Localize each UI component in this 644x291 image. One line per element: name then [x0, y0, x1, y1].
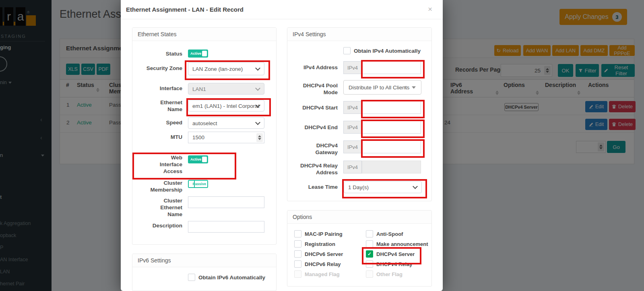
modal-title: Ethernet Assignment - LAN - Edit Record: [126, 6, 244, 13]
cluster-ethernet-name-input-wrap: [188, 196, 264, 208]
dhcpv4-relay-address-input-wrap: [362, 161, 421, 173]
cluster-ethernet-name-label: Cluster Ethernet Name: [154, 197, 182, 218]
status-toggle[interactable]: Active: [188, 50, 208, 58]
obtain-ipv4-label: Obtain IPv4 Automatically: [354, 48, 421, 54]
web-interface-access-toggle[interactable]: Active: [188, 155, 208, 163]
dhcpv4-pool-mode-label: DHCPv4 Pool Mode: [299, 82, 338, 96]
managed-flag-checkbox: [294, 270, 301, 278]
edit-record-modal: Ethernet Assignment - LAN - Edit Record …: [121, 0, 443, 291]
toggle-label: Active: [190, 157, 201, 161]
chevron-down-icon: [255, 120, 260, 125]
ethernet-name-value: em1 (LAN1) - Intel Corporat: [192, 103, 260, 109]
pool-mode-value: Distribute IP to All Clients: [349, 85, 409, 91]
obtain-ipv6-label: Obtain IPv6 Automatically: [198, 274, 265, 281]
dhcpv4-gateway-label: DHCPv4 Gateway: [299, 142, 338, 156]
caret-down-icon: [412, 87, 416, 89]
status-label: Status: [132, 50, 182, 57]
dhcpv4-server-label: DHCPv4 Server: [376, 251, 415, 257]
anti-spoof-checkbox[interactable]: [366, 230, 373, 237]
toggle-label: Passive: [192, 182, 206, 186]
mtu-label: MTU: [132, 134, 182, 140]
ipv4-address-input[interactable]: [362, 62, 421, 74]
obtain-ipv6-checkbox[interactable]: [188, 274, 195, 281]
ipv4-addon: IPv4: [343, 121, 362, 134]
dhcpv4-end-label: DHCPv4 End: [299, 124, 338, 131]
interface-value: LAN1: [192, 86, 206, 92]
toggle-knob: [202, 157, 207, 162]
lease-time-value: 1 Day(s): [348, 184, 369, 190]
dhcpv6-relay-checkbox[interactable]: [294, 260, 301, 268]
section-header: IPv6 Settings: [132, 254, 276, 267]
dhcpv4-server-checkbox[interactable]: ✓: [366, 250, 373, 258]
app: r a ® STAGING ging nin ‹ ‹ n t k Aggrega…: [0, 0, 644, 291]
security-zone-value: LAN Zone (lan-zone): [192, 66, 243, 72]
mac-ip-pairing-checkbox[interactable]: [294, 230, 301, 237]
section-title: IPv4 Settings: [293, 31, 326, 37]
ipv4-addon: IPv4: [343, 101, 362, 114]
other-flag-checkbox: [366, 270, 373, 278]
dhcpv6-server-checkbox[interactable]: [294, 250, 301, 258]
obtain-ipv4-checkbox[interactable]: [343, 47, 351, 54]
cluster-ethernet-name-input[interactable]: [188, 197, 264, 208]
dhcpv6-server-label: DHCPv6 Server: [305, 251, 343, 257]
ipv6-settings-box: IPv6 Settings Obtain IPv6 Automatically: [132, 254, 277, 291]
clear-icon[interactable]: ×: [404, 84, 407, 91]
section-header: Ethernet States: [132, 28, 276, 41]
interface-label: Interface: [132, 85, 182, 92]
section-title: Options: [293, 214, 312, 220]
ipv4-address-label: IPv4 Address: [299, 64, 338, 71]
lease-time-select[interactable]: 1 Day(s): [344, 181, 422, 193]
close-icon[interactable]: ×: [425, 4, 435, 14]
annotation-web-interface-access: [132, 153, 236, 180]
dhcpv4-start-input-wrap: [362, 101, 421, 114]
options-box: Options MAC-IP Pairing Registration DHCP…: [287, 210, 432, 287]
ipv4-addon: IPv4: [343, 140, 362, 153]
cluster-membership-toggle[interactable]: Passive: [188, 180, 208, 188]
chevron-down-icon: [413, 184, 418, 189]
toggle-label: Active: [190, 52, 201, 56]
ethernet-name-select[interactable]: em1 (LAN1) - Intel Corporat: [188, 100, 264, 111]
description-label: Description: [132, 222, 182, 229]
ipv4-address-input-wrap: [362, 61, 421, 74]
speed-label: Speed: [132, 119, 182, 126]
dhcpv4-relay-checkbox[interactable]: [366, 260, 373, 268]
ethernet-states-box: Ethernet States Status Active Security Z…: [132, 27, 277, 245]
dhcpv4-relay-address-input: [362, 161, 421, 173]
speed-select[interactable]: autoselect: [188, 117, 264, 129]
toggle-knob: [202, 51, 207, 56]
number-stepper[interactable]: [256, 133, 263, 142]
mac-ip-pairing-label: MAC-IP Pairing: [305, 231, 343, 237]
dhcpv6-relay-label: DHCPv6 Relay: [305, 261, 341, 267]
ethernet-name-label: Ethernet Name: [150, 99, 182, 113]
anti-spoof-label: Anti-Spoof: [376, 231, 403, 237]
make-announcement-checkbox[interactable]: [366, 240, 373, 248]
ipv4-settings-box: IPv4 Settings Obtain IPv4 Automatically …: [287, 27, 432, 201]
dhcpv4-gateway-input[interactable]: [362, 141, 421, 153]
section-header: Options: [287, 211, 431, 224]
dhcpv4-gateway-input-wrap: [362, 140, 421, 153]
other-flag-label: Other Flag: [376, 271, 402, 277]
description-input[interactable]: [188, 221, 264, 232]
cluster-membership-label: Cluster Membership: [132, 180, 182, 193]
dhcpv4-start-input[interactable]: [362, 101, 421, 114]
security-zone-label: Security Zone: [132, 65, 182, 72]
ipv4-addon: IPv4: [343, 161, 362, 173]
speed-value: autoselect: [192, 120, 217, 126]
section-title: IPv6 Settings: [138, 257, 171, 264]
dhcpv4-start-label: DHCPv4 Start: [299, 104, 338, 111]
dhcpv4-end-input[interactable]: [362, 121, 421, 133]
section-title: Ethernet States: [138, 31, 177, 37]
lease-time-label: Lease Time: [299, 184, 338, 190]
security-zone-select[interactable]: LAN Zone (lan-zone): [188, 62, 264, 75]
managed-flag-label: Managed Flag: [305, 271, 340, 277]
interface-select: LAN1: [188, 83, 264, 95]
mtu-input[interactable]: [188, 132, 264, 143]
description-input-wrap: [188, 221, 264, 233]
dhcpv4-relay-label: DHCPv4 Relay: [376, 261, 413, 267]
chevron-down-icon: [255, 65, 260, 70]
mtu-input-wrap: [188, 132, 264, 143]
registration-label: Registration: [305, 241, 335, 247]
registration-checkbox[interactable]: [294, 240, 301, 248]
dhcpv4-pool-mode-select[interactable]: Distribute IP to All Clients ×: [343, 80, 421, 95]
make-announcement-label: Make announcement: [376, 241, 428, 247]
